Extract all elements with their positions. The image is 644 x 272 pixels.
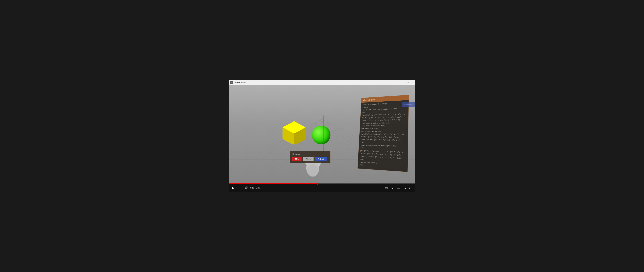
buttons-panel: Buttons Mic Clear Submit: [290, 151, 330, 163]
minimize-button[interactable]: ─: [402, 81, 406, 84]
vr-scene-background: Buttons Mic Clear Submit Open AI chat Cr…: [229, 85, 415, 183]
progress-filled: [229, 183, 318, 184]
miniplayer-button[interactable]: [402, 185, 407, 190]
ai-chat-body: Create a json block from prompt. Example…: [358, 100, 409, 172]
time-display: 0:19 / 0:40: [250, 187, 260, 189]
submit-button[interactable]: Submit: [315, 157, 327, 161]
svg-rect-35: [397, 187, 400, 189]
right-controls: ⚙: [384, 185, 413, 190]
app-icon: 🥽: [230, 81, 233, 84]
svg-point-29: [307, 164, 318, 177]
window-controls: ─ □ ✕: [402, 81, 414, 84]
chat-line-13: "scale": {"x": 1.0, "y": 1.0, "z": 1.0},…: [361, 136, 406, 139]
chat-line-7: "cube", "color": {"r": 0.0, "g": 0.0, "b…: [362, 119, 406, 122]
buttons-row: Mic Clear Submit: [292, 157, 328, 161]
svg-rect-32: [386, 187, 387, 188]
window-title: Oculus Mirror: [234, 82, 401, 84]
chat-line-8: text:remove or delete the blue cube: [362, 122, 406, 125]
svg-rect-34: [387, 188, 387, 188]
chat-line-12: json:{"id": 0, "position": {"x": 0, "y":…: [361, 133, 406, 136]
right-sidebar-hint: Entire soluti...: [402, 102, 415, 107]
settings-button[interactable]: ⚙: [390, 185, 395, 190]
svg-rect-33: [385, 188, 386, 188]
clear-button[interactable]: Clear: [303, 157, 314, 161]
play-button[interactable]: ▶: [231, 185, 236, 190]
theater-button[interactable]: [396, 185, 401, 190]
controls-bar: ▶ ⏭ 🔊 0:19 / 0:40 ⚙: [229, 183, 415, 192]
player-container: 🥽 Oculus Mirror ─ □ ✕: [229, 80, 415, 192]
captions-button[interactable]: [384, 185, 389, 190]
chat-line-6: "scale": {"x": 1.0, "y": 1.0, "z": 1.0},…: [362, 116, 406, 119]
buttons-panel-title: Buttons: [292, 153, 328, 155]
video-area[interactable]: Buttons Mic Clear Submit Open AI chat Cr…: [229, 85, 415, 183]
fullscreen-button[interactable]: [408, 185, 413, 190]
right-sidebar-label: Entire soluti...: [404, 104, 414, 106]
total-time: 0:40: [256, 187, 260, 189]
volume-button[interactable]: 🔊: [244, 185, 248, 190]
maximize-button[interactable]: □: [406, 81, 410, 84]
mic-button[interactable]: Mic: [292, 157, 302, 161]
center-axis: [323, 116, 324, 153]
title-bar: 🥽 Oculus Mirror ─ □ ✕: [229, 80, 415, 85]
svg-rect-31: [385, 187, 386, 188]
green-sphere: [312, 126, 330, 144]
chat-line-10: Real start with id 0:: [362, 128, 406, 130]
chat-line-14: "cube", "color": {"r": 1.0, "g": 1.0, "b…: [361, 139, 406, 142]
progress-bar[interactable]: [229, 183, 415, 184]
yellow-cube: [282, 119, 307, 144]
time-separator: /: [255, 187, 255, 189]
ai-chat-panel: Open AI chat Create a json block from pr…: [357, 95, 409, 172]
progress-thumb: [316, 183, 318, 185]
chat-line-9: json:{"id": 0, "remove": true}: [362, 125, 406, 127]
chat-line-15: text: [361, 141, 406, 144]
close-button[interactable]: ✕: [410, 81, 414, 84]
next-button[interactable]: ⏭: [238, 185, 242, 190]
svg-rect-37: [404, 188, 406, 189]
current-time: 0:19: [250, 187, 254, 189]
chat-line-11: text:create a yellow cube: [361, 130, 406, 133]
